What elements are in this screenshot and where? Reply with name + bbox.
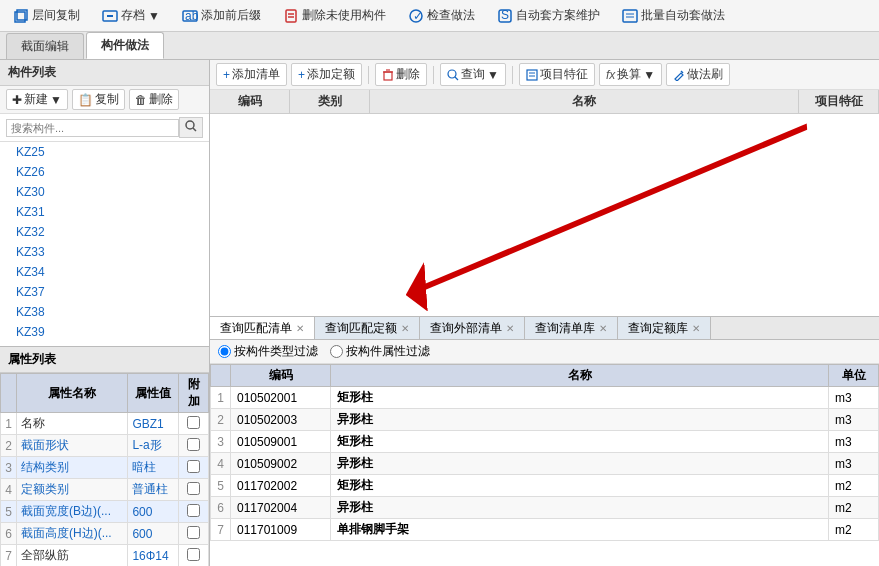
- component-item-kz33[interactable]: KZ33: [0, 242, 209, 262]
- component-item-kz25[interactable]: KZ25: [0, 142, 209, 162]
- prop-name-3: 结构类别: [17, 457, 128, 479]
- result-name-4: 异形柱: [331, 453, 829, 475]
- right-panel: + 添加清单 + 添加定额 删除 查询 ▼ 项目特征: [210, 60, 879, 566]
- prop-name-2: 截面形状: [17, 435, 128, 457]
- bottom-tab-match-quota[interactable]: 查询匹配定额 ✕: [315, 317, 420, 339]
- component-item-kz30[interactable]: KZ30: [0, 182, 209, 202]
- main-area: 构件列表 ✚ 新建 ▼ 📋 复制 🗑 删除 KZ25 K: [0, 60, 879, 566]
- prefix-suffix-icon: ab: [182, 8, 198, 24]
- check-method-btn[interactable]: ✓ 检查做法: [401, 4, 482, 27]
- bottom-tab-match-clear[interactable]: 查询匹配清单 ✕: [210, 317, 315, 339]
- filter-option-1-label[interactable]: 按构件类型过滤: [218, 343, 318, 360]
- prop-extra-3[interactable]: [179, 457, 209, 479]
- result-code-2: 010502003: [231, 409, 331, 431]
- right-toolbar: + 添加清单 + 添加定额 删除 查询 ▼ 项目特征: [210, 60, 879, 90]
- search-input[interactable]: [6, 119, 179, 137]
- prop-name-7: 全部纵筋: [17, 545, 128, 567]
- prop-extra-1[interactable]: [179, 413, 209, 435]
- calc-btn[interactable]: fx 换算 ▼: [599, 63, 662, 86]
- prop-num-6: 6: [1, 523, 17, 545]
- result-unit-3: m3: [829, 431, 879, 453]
- prop-val-4: 普通柱: [128, 479, 179, 501]
- add-clear-btn[interactable]: + 添加清单: [216, 63, 287, 86]
- svg-line-22: [455, 77, 458, 80]
- prop-name-4: 定额类别: [17, 479, 128, 501]
- col-header-proj-char: 项目特征: [799, 90, 879, 113]
- results-header-row: 编码 名称 单位: [211, 365, 879, 387]
- results-col-name: 名称: [331, 365, 829, 387]
- layer-copy-btn[interactable]: 层间复制: [6, 4, 87, 27]
- query-btn[interactable]: 查询 ▼: [440, 63, 506, 86]
- prop-val-7: 16Φ14: [128, 545, 179, 567]
- results-table-wrap: 编码 名称 单位 1 010502001 矩形柱 m3 2 010502003: [210, 364, 879, 566]
- filter-option-1-radio[interactable]: [218, 345, 231, 358]
- component-item-kz32[interactable]: KZ32: [0, 222, 209, 242]
- component-item-kz38[interactable]: KZ38: [0, 302, 209, 322]
- delete-unused-btn[interactable]: 删除未使用构件: [276, 4, 393, 27]
- close-clear-library[interactable]: ✕: [599, 323, 607, 334]
- prop-name-1: 名称: [17, 413, 128, 435]
- search-icon: [185, 120, 197, 132]
- prop-num-7: 7: [1, 545, 17, 567]
- svg-rect-13: [623, 10, 637, 22]
- separator-2: [433, 66, 434, 84]
- prop-extra-5[interactable]: [179, 501, 209, 523]
- filter-option-2-radio[interactable]: [330, 345, 343, 358]
- result-unit-1: m3: [829, 387, 879, 409]
- left-panel: 构件列表 ✚ 新建 ▼ 📋 复制 🗑 删除 KZ25 K: [0, 60, 210, 566]
- component-item-kz31[interactable]: KZ31: [0, 202, 209, 222]
- close-match-quota[interactable]: ✕: [401, 323, 409, 334]
- copy-component-btn[interactable]: 📋 复制: [72, 89, 125, 110]
- col-headers: 编码 类别 名称 项目特征: [210, 90, 879, 114]
- result-code-7: 011701009: [231, 519, 331, 541]
- add-prefix-suffix-btn[interactable]: ab 添加前后缀: [175, 4, 268, 27]
- bottom-tab-clear-library[interactable]: 查询清单库 ✕: [525, 317, 618, 339]
- close-match-clear[interactable]: ✕: [296, 323, 304, 334]
- archive-btn[interactable]: 存档 ▼: [95, 4, 167, 27]
- bottom-tab-quota-library[interactable]: 查询定额库 ✕: [618, 317, 711, 339]
- component-item-kz26[interactable]: KZ26: [0, 162, 209, 182]
- svg-rect-6: [286, 10, 296, 22]
- close-external-clear[interactable]: ✕: [506, 323, 514, 334]
- new-component-btn[interactable]: ✚ 新建 ▼: [6, 89, 68, 110]
- result-row-5: 5 011702002 矩形柱 m2: [211, 475, 879, 497]
- svg-text:ab: ab: [185, 9, 198, 23]
- prop-extra-2[interactable]: [179, 435, 209, 457]
- tab-section-edit[interactable]: 截面编辑: [6, 33, 84, 59]
- col-header-type: 类别: [290, 90, 370, 113]
- bottom-tabs: 查询匹配清单 ✕ 查询匹配定额 ✕ 查询外部清单 ✕ 查询清单库 ✕ 查询定额库…: [210, 316, 879, 340]
- prop-val-6: 600: [128, 523, 179, 545]
- result-num-2: 2: [211, 409, 231, 431]
- result-row-1: 1 010502001 矩形柱 m3: [211, 387, 879, 409]
- delete-icon: [382, 69, 394, 81]
- delete-btn[interactable]: 删除: [375, 63, 427, 86]
- close-quota-library[interactable]: ✕: [692, 323, 700, 334]
- project-char-btn[interactable]: 项目特征: [519, 63, 595, 86]
- method-brush-btn[interactable]: 做法刷: [666, 63, 730, 86]
- result-code-6: 011702004: [231, 497, 331, 519]
- prop-row-5: 5 截面宽度(B边)(... 600: [1, 501, 209, 523]
- component-item-kz39[interactable]: KZ39: [0, 322, 209, 342]
- properties-table: 属性名称 属性值 附加 1 名称 GBZ1 2: [0, 373, 209, 566]
- svg-line-17: [193, 128, 196, 131]
- filter-option-2-label[interactable]: 按构件属性过滤: [330, 343, 430, 360]
- col-header-name: 名称: [370, 90, 799, 113]
- bottom-tab-external-clear[interactable]: 查询外部清单 ✕: [420, 317, 525, 339]
- component-item-kz37[interactable]: KZ37: [0, 282, 209, 302]
- svg-rect-3: [107, 15, 113, 17]
- delete-component-btn[interactable]: 🗑 删除: [129, 89, 179, 110]
- prop-val-5: 600: [128, 501, 179, 523]
- svg-rect-23: [527, 70, 537, 80]
- batch-auto-btn[interactable]: 批量自动套做法: [615, 4, 732, 27]
- component-item-kz34[interactable]: KZ34: [0, 262, 209, 282]
- prop-extra-6[interactable]: [179, 523, 209, 545]
- prop-extra-4[interactable]: [179, 479, 209, 501]
- search-button[interactable]: [179, 117, 203, 138]
- prop-extra-7[interactable]: [179, 545, 209, 567]
- auto-scheme-btn[interactable]: S 自动套方案维护: [490, 4, 607, 27]
- tab-method[interactable]: 构件做法: [86, 32, 164, 59]
- result-row-6: 6 011702004 异形柱 m2: [211, 497, 879, 519]
- svg-point-21: [448, 70, 456, 78]
- add-quota-btn[interactable]: + 添加定额: [291, 63, 362, 86]
- project-char-icon: [526, 69, 538, 81]
